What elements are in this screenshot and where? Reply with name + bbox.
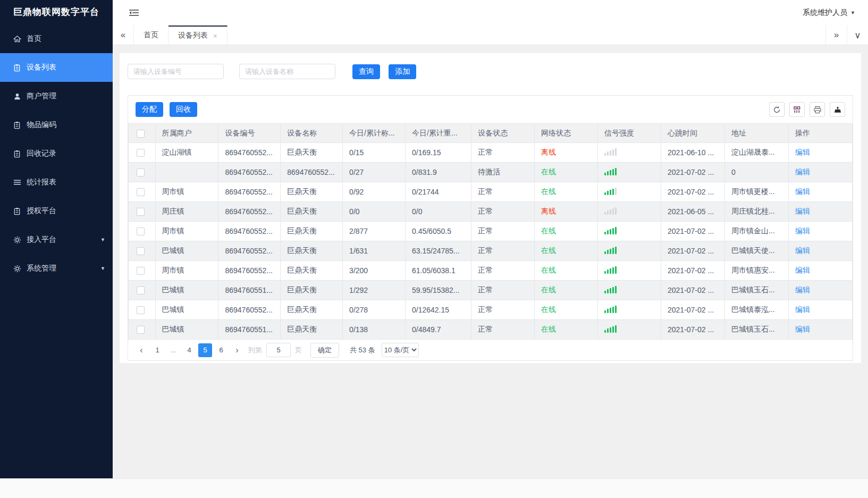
goto-page-input[interactable] — [266, 343, 291, 357]
column-header-4: 今日/累计重... — [405, 124, 471, 143]
edit-link[interactable]: 编辑 — [795, 187, 810, 196]
sidebar-item-label: 首页 — [27, 34, 41, 44]
row-checkbox[interactable] — [137, 149, 145, 157]
edit-link[interactable]: 编辑 — [795, 325, 810, 333]
cell-today-count: 0/27 — [343, 163, 406, 182]
page-5[interactable]: 5 — [198, 343, 212, 357]
cell-device-name: 巨鼎天衡 — [281, 261, 343, 281]
sidebar-item-reports[interactable]: 统计报表 — [0, 168, 113, 197]
page-6[interactable]: 6 — [214, 343, 228, 357]
row-checkbox[interactable] — [137, 168, 145, 176]
chevron-down-icon: ▼ — [850, 10, 855, 15]
edit-link[interactable]: 编辑 — [795, 285, 810, 294]
select-all-checkbox[interactable] — [137, 130, 145, 138]
menu-fold-icon[interactable] — [129, 7, 140, 18]
cell-heartbeat: 2021-06-05 ... — [661, 202, 724, 222]
cell-today-count: 0/278 — [343, 300, 406, 320]
export-icon[interactable] — [830, 102, 845, 117]
clipboard-icon — [13, 207, 21, 215]
cell-today-weight: 0/12642.15 — [405, 300, 471, 320]
device-name-input[interactable] — [239, 64, 335, 79]
prev-page-icon[interactable]: ‹ — [134, 343, 148, 357]
search-row: 查询 添加 — [128, 64, 853, 79]
cell-merchant: 周市镇 — [155, 222, 218, 241]
row-checkbox[interactable] — [137, 188, 145, 196]
row-checkbox[interactable] — [137, 227, 145, 235]
assign-button[interactable]: 分配 — [136, 102, 163, 117]
cell-device-no: 8694760552... — [218, 222, 281, 241]
cell-action: 编辑 — [788, 281, 852, 300]
columns-icon[interactable] — [789, 102, 805, 117]
edit-link[interactable]: 编辑 — [795, 246, 810, 255]
page-size-select[interactable]: 10 条/页 — [382, 343, 419, 357]
page-4[interactable]: 4 — [182, 343, 196, 357]
menu-lines-icon — [13, 178, 21, 187]
device-no-input[interactable] — [128, 64, 224, 79]
tab-home[interactable]: 首页 — [134, 26, 168, 45]
edit-link[interactable]: 编辑 — [795, 305, 810, 314]
cell-heartbeat: 2021-07-02 ... — [661, 320, 724, 340]
cell-today-count: 1/292 — [343, 281, 406, 300]
edit-link[interactable]: 编辑 — [795, 266, 810, 274]
user-menu[interactable]: 系统维护人员 ▼ — [803, 8, 855, 18]
cell-device-name: 8694760552... — [281, 163, 343, 182]
cell-address: 巴城镇玉石... — [724, 320, 788, 340]
sidebar-item-device-list[interactable]: 设备列表 — [0, 53, 113, 82]
row-checkbox[interactable] — [137, 208, 145, 216]
tabs-scroll-right-icon[interactable]: » — [825, 26, 847, 45]
table-row: 周庄镇 8694760552... 巨鼎天衡 0/0 0/0 正常 离线 202… — [129, 202, 853, 222]
cell-today-weight: 63.15/24785... — [405, 241, 471, 261]
sidebar-item-label: 系统管理 — [27, 264, 56, 273]
column-header-5: 设备状态 — [471, 124, 535, 143]
cell-address: 0 — [724, 163, 788, 182]
next-page-icon[interactable]: › — [230, 343, 244, 357]
sidebar-item-system-management[interactable]: 系统管理 ▼ — [0, 254, 113, 283]
row-checkbox[interactable] — [137, 326, 145, 334]
cell-signal — [598, 163, 661, 182]
table-row: 周市镇 8694760552... 巨鼎天衡 3/200 61.05/6038.… — [129, 261, 853, 281]
sidebar-item-item-codes[interactable]: 物品编码 — [0, 111, 113, 139]
edit-link[interactable]: 编辑 — [795, 148, 810, 156]
row-select-cell — [129, 163, 156, 182]
confirm-button[interactable]: 确定 — [310, 343, 339, 358]
row-checkbox[interactable] — [137, 247, 145, 255]
clipboard-icon — [13, 149, 21, 158]
cell-device-name: 巨鼎天衡 — [281, 202, 343, 222]
cell-today-count: 0/92 — [343, 182, 406, 202]
row-checkbox[interactable] — [137, 306, 145, 314]
sidebar-item-home[interactable]: 首页 — [0, 24, 113, 53]
cell-today-count: 0/15 — [343, 143, 406, 163]
cell-device-no: 8694760552... — [218, 261, 281, 281]
edit-link[interactable]: 编辑 — [795, 226, 810, 235]
sidebar-item-label: 设备列表 — [27, 63, 56, 72]
sidebar-item-access-platform[interactable]: 接入平台 ▼ — [0, 225, 113, 254]
row-checkbox[interactable] — [137, 286, 145, 294]
tabs-menu-icon[interactable]: ∨ — [847, 26, 868, 45]
close-icon[interactable]: × — [213, 32, 217, 40]
cell-today-weight: 0/831.9 — [405, 163, 471, 182]
table-row: 周市镇 8694760552... 巨鼎天衡 0/92 0/21744 正常 在… — [129, 182, 853, 202]
query-button[interactable]: 查询 — [352, 64, 380, 79]
add-button[interactable]: 添加 — [389, 64, 416, 79]
column-header-9: 地址 — [724, 124, 788, 143]
cell-signal — [598, 281, 661, 300]
cell-today-count: 0/138 — [343, 320, 406, 340]
edit-link[interactable]: 编辑 — [795, 167, 810, 176]
refresh-icon[interactable] — [769, 102, 785, 117]
sidebar-item-auth-platform[interactable]: 授权平台 — [0, 197, 113, 225]
tab-device-list[interactable]: 设备列表 × — [168, 26, 227, 45]
recycle-button[interactable]: 回收 — [170, 102, 197, 117]
cell-heartbeat: 2021-07-02 ... — [661, 300, 724, 320]
edit-link[interactable]: 编辑 — [795, 207, 810, 215]
row-checkbox[interactable] — [137, 267, 145, 275]
cell-address: 周市镇金山... — [724, 222, 788, 241]
cell-address: 巴城镇玉石... — [724, 281, 788, 300]
printer-icon[interactable] — [810, 102, 825, 117]
tabs-scroll-left-icon[interactable]: « — [113, 26, 134, 45]
user-icon — [13, 92, 21, 100]
row-select-cell — [129, 143, 156, 163]
cell-device-no: 8694760552... — [218, 143, 281, 163]
sidebar-item-recycle-records[interactable]: 回收记录 — [0, 139, 113, 168]
sidebar-item-merchants[interactable]: 商户管理 — [0, 82, 113, 111]
page-1[interactable]: 1 — [150, 343, 164, 357]
